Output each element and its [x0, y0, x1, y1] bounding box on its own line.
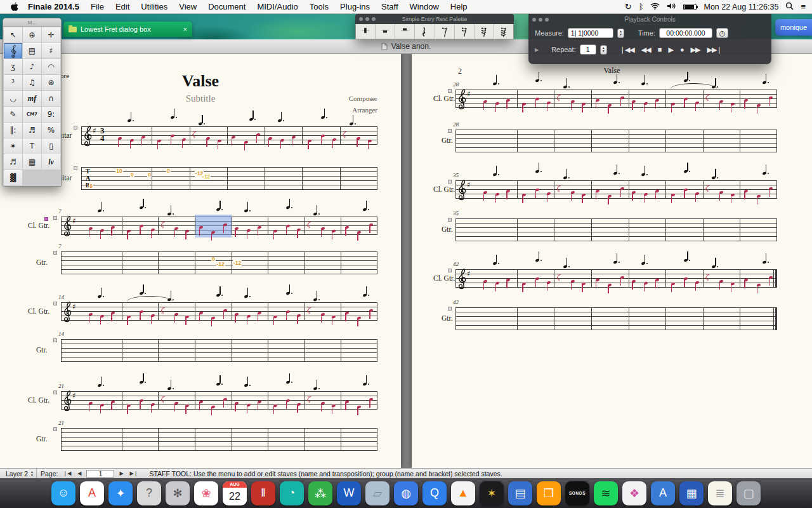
skip-to-end-button[interactable]: ▶▶❘: [707, 46, 721, 54]
cl-gtr-staff-m35[interactable]: ♯Cl. Gtr.35ζζ: [455, 180, 777, 199]
dock-notes[interactable]: ≣: [708, 481, 732, 505]
close-icon[interactable]: ×: [183, 25, 187, 33]
simple-entry-tool-icon[interactable]: ♪: [23, 59, 41, 74]
dock-photos-dark[interactable]: ✶: [480, 481, 504, 505]
staff-name-label[interactable]: Gtr.: [442, 137, 453, 144]
fret-number[interactable]: 0: [147, 172, 152, 178]
key-signature-tool-icon[interactable]: ♯: [42, 43, 60, 58]
fret-number[interactable]: 0: [89, 184, 93, 189]
skip-to-start-button[interactable]: ❘◀◀: [620, 46, 634, 54]
play-button[interactable]: ▶: [668, 46, 672, 54]
tool-palette-title[interactable]: M...: [3, 18, 61, 27]
cl-gtr-staff-m14[interactable]: ♯Cl. Gtr.14ζζ: [61, 302, 377, 321]
menu-utilities[interactable]: Utilities: [135, 2, 173, 11]
page-layout-tool-icon[interactable]: ▯: [42, 138, 60, 154]
staff-handle[interactable]: [53, 391, 57, 394]
cl-gtr-staff-m28[interactable]: ♯Cl. Gtr.28ζζ: [455, 90, 777, 108]
first-page-button[interactable]: ❘◀: [62, 471, 72, 476]
half-rest-button[interactable]: [395, 24, 415, 39]
menu-staff[interactable]: Staff: [376, 2, 404, 11]
staff-name-label[interactable]: Gtr.: [442, 225, 453, 233]
expression-tool-icon[interactable]: mf: [23, 91, 41, 106]
double-whole-rest-button[interactable]: [356, 24, 376, 39]
simple-entry-rest-palette[interactable]: Simple Entry Rest Palette: [355, 14, 514, 39]
wifi-icon[interactable]: [650, 2, 660, 11]
gtr-tab-m14[interactable]: Gtr.14: [61, 339, 377, 362]
apple-menu-icon[interactable]: [6, 2, 22, 11]
dock-safari[interactable]: ✦: [108, 481, 133, 505]
sixteenth-rest-button[interactable]: [455, 24, 475, 39]
zoom-tool-icon[interactable]: ⊕: [23, 27, 41, 43]
menu-window[interactable]: Window: [404, 2, 445, 11]
menu-clock[interactable]: Mon 22 Aug 11:26:35: [704, 3, 778, 11]
playback-title-bar[interactable]: Playback Controls: [528, 14, 771, 25]
dock-parallels[interactable]: ‖: [251, 481, 275, 505]
staff-name-label[interactable]: Cl. Gtr.: [28, 307, 49, 315]
selected-staff-handle[interactable]: [44, 217, 48, 221]
disclosure-triangle[interactable]: ▶: [535, 47, 539, 53]
cl-gtr-staff-m21[interactable]: ♯Cl. Gtr.21ζζ: [61, 391, 377, 410]
prev-page-button[interactable]: ◀: [76, 471, 82, 476]
notification-center-icon[interactable]: ≡: [801, 2, 806, 11]
grace-note-tool-icon[interactable]: ♫: [23, 75, 41, 90]
staff-name-label[interactable]: Cl. Gtr.: [433, 274, 455, 282]
stop-button[interactable]: ■: [658, 46, 662, 53]
rewind-button[interactable]: ◀◀: [641, 46, 651, 54]
slur-tool-icon[interactable]: ◡: [4, 91, 22, 106]
dock-photos[interactable]: ❀: [194, 481, 218, 505]
dock-trash[interactable]: ▢: [737, 481, 761, 505]
record-button[interactable]: ●: [680, 46, 684, 53]
menu-plug-ins[interactable]: Plug-ins: [334, 2, 376, 11]
user-account-button[interactable]: monique: [775, 19, 812, 36]
gtr-tab-m35[interactable]: Gtr.35: [455, 218, 777, 241]
dock-teal-app[interactable]: ◔: [280, 481, 304, 505]
rest-palette-title-bar[interactable]: Simple Entry Rest Palette: [355, 14, 514, 24]
dock-anydesk[interactable]: A: [80, 481, 104, 505]
menu-finale-2014-5[interactable]: Finale 2014.5: [22, 2, 85, 11]
staff-handle[interactable]: [448, 89, 452, 93]
measure-tool-icon[interactable]: ▤: [23, 43, 41, 58]
staff-tool-icon[interactable]: [4, 43, 22, 58]
staff-handle[interactable]: [448, 307, 452, 311]
staff-name-label[interactable]: Gtr.: [36, 346, 48, 354]
dock-vlc[interactable]: ▲: [451, 481, 475, 505]
staff-handle[interactable]: [74, 166, 77, 170]
guitar-tab-1[interactable]: T A BGuitar010000-12-12: [81, 167, 377, 190]
score-arranger[interactable]: Arranger: [352, 106, 377, 114]
dock-quicktime[interactable]: Q: [422, 481, 447, 505]
fret-number[interactable]: 0: [130, 172, 134, 178]
dock-sonos[interactable]: SONOS: [565, 481, 589, 505]
repeat-input[interactable]: 1: [580, 44, 596, 55]
fret-number[interactable]: -12: [202, 174, 211, 180]
gtr-tab-m28[interactable]: Gtr.28: [455, 130, 777, 152]
eighth-rest-button[interactable]: [435, 24, 455, 39]
next-page-button[interactable]: ▶: [118, 471, 124, 476]
staff-handle[interactable]: [53, 338, 57, 342]
staff-handle[interactable]: [53, 302, 57, 305]
staff-handle[interactable]: [53, 427, 57, 431]
staff-name-label[interactable]: Gtr.: [36, 258, 48, 266]
graffiti-tool-icon[interactable]: ▓: [4, 170, 22, 185]
staff-handle[interactable]: [74, 126, 77, 130]
selection-region-tool-icon[interactable]: ▦: [23, 154, 41, 170]
dock-preview[interactable]: ◍: [394, 481, 418, 505]
thirty-second-rest-button[interactable]: [475, 24, 494, 39]
fret-number[interactable]: 0: [211, 257, 216, 262]
score-page-2[interactable]: 2 Valse ♯Cl. Gtr.28ζζGtr.28♯Cl. Gtr.35ζζ…: [412, 54, 812, 468]
dock-textedit-a[interactable]: A: [651, 481, 675, 505]
staff-name-label[interactable]: Gtr.: [442, 314, 453, 322]
special-tools-icon[interactable]: ✶: [4, 138, 22, 154]
bass-clef-tool-icon[interactable]: 9:: [42, 107, 60, 122]
cl-gtr-staff-m42[interactable]: ♯Cl. Gtr.42ζζ: [455, 269, 777, 288]
quarter-rest-button[interactable]: [415, 24, 435, 39]
repeat-stepper[interactable]: ▲▼: [600, 45, 607, 55]
note-mover-tool-icon[interactable]: ♬: [23, 123, 41, 138]
dock-calendar[interactable]: AUG22: [223, 481, 247, 505]
page-number-input[interactable]: 1: [86, 470, 114, 478]
staff-handle[interactable]: [53, 216, 57, 220]
main-tool-palette[interactable]: M... ↖⊕✛▤♯ʒ♪◠³♫⊛◡mf∩✎CM79:‖:♬%✶T▯♬▦lv▓: [3, 18, 62, 187]
staff-name-label[interactable]: Cl. Gtr.: [28, 222, 49, 229]
staff-handle[interactable]: [448, 269, 452, 272]
cl-gtr-staff-m7[interactable]: ♯Cl. Gtr.7ζζ: [61, 217, 377, 235]
dock-books[interactable]: ❒: [537, 481, 561, 505]
